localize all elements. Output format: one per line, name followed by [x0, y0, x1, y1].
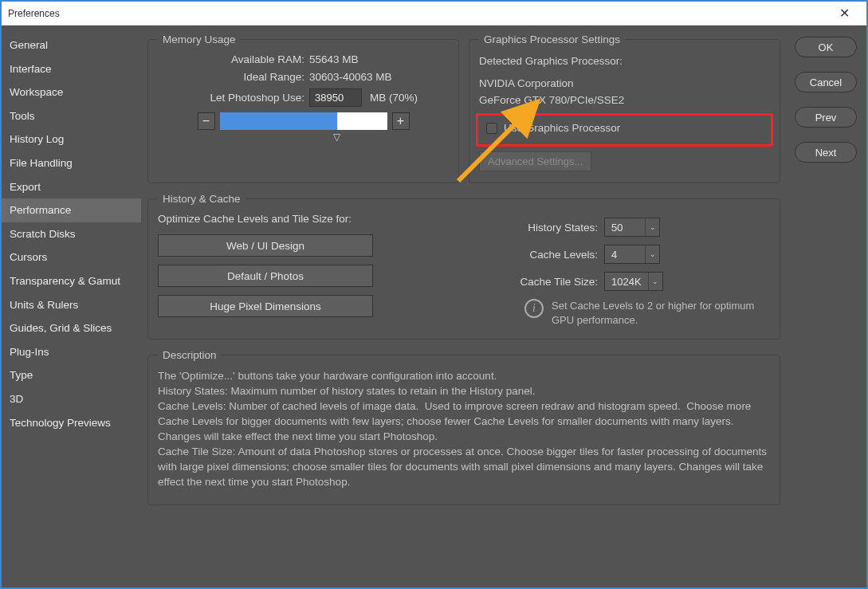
prev-button[interactable]: Prev [795, 107, 857, 128]
sidebar-item-scratch-disks[interactable]: Scratch Disks [2, 222, 141, 246]
sidebar-item-cursors[interactable]: Cursors [2, 245, 141, 269]
description-group: Description The 'Optimize...' buttons ta… [147, 349, 780, 505]
graphics-processor-group: Graphics Processor Settings Detected Gra… [469, 33, 780, 183]
advanced-settings-button[interactable]: Advanced Settings... [479, 151, 591, 171]
titlebar: Preferences ✕ [2, 2, 866, 26]
sidebar-item-plug-ins[interactable]: Plug-Ins [2, 340, 141, 364]
let-photoshop-use-input[interactable] [309, 88, 362, 107]
cancel-button[interactable]: Cancel [795, 72, 857, 92]
memory-plus-button[interactable]: + [392, 112, 410, 130]
memory-minus-button[interactable]: − [198, 112, 215, 130]
sidebar-item-history-log[interactable]: History Log [2, 128, 141, 151]
use-gpu-checkbox[interactable] [486, 123, 497, 134]
sidebar-item-type[interactable]: Type [2, 363, 141, 387]
history-states-label: History States: [397, 222, 604, 234]
gpu-device: GeForce GTX 780/PCIe/SSE2 [479, 92, 770, 108]
slider-handle-icon: ▽ [333, 132, 340, 143]
cache-info-text: Set Cache Levels to 2 or higher for opti… [552, 299, 770, 328]
highlight-box: Use Graphics Processor [476, 113, 773, 147]
window-title: Preferences [8, 8, 828, 19]
sidebar-item-general[interactable]: General [2, 33, 141, 57]
let-photoshop-use-label: Let Photoshop Use: [158, 92, 309, 104]
available-ram-label: Available RAM: [158, 53, 309, 65]
memory-usage-legend: Memory Usage [158, 33, 241, 45]
gpu-vendor: NVIDIA Corporation [479, 76, 770, 92]
sidebar-item-units-rulers[interactable]: Units & Rulers [2, 293, 141, 317]
next-button[interactable]: Next [795, 142, 857, 163]
optimize-cache-label: Optimize Cache Levels and Tile Size for: [158, 213, 397, 225]
info-icon: i [524, 299, 544, 318]
use-gpu-label: Use Graphics Processor [504, 120, 620, 136]
history-states-value: 50 [605, 222, 645, 234]
sidebar: General Interface Workspace Tools Histor… [2, 26, 141, 587]
detected-gpu-label: Detected Graphics Processor: [479, 53, 770, 69]
sidebar-item-file-handling[interactable]: File Handling [2, 151, 141, 175]
ideal-range-value: 30603-40063 MB [309, 71, 392, 83]
cache-tile-size-label: Cache Tile Size: [397, 276, 604, 288]
memory-slider-fill [220, 112, 337, 130]
history-cache-group: History & Cache Optimize Cache Levels an… [147, 193, 780, 340]
cache-tile-size-value: 1024K [605, 276, 648, 288]
sidebar-item-performance[interactable]: Performance [2, 198, 141, 222]
sidebar-item-export[interactable]: Export [2, 175, 141, 199]
sidebar-item-workspace[interactable]: Workspace [2, 80, 141, 104]
cache-tile-size-dropdown[interactable]: 1024K ⌄ [604, 272, 663, 291]
memory-unit-pct: MB (70%) [370, 92, 418, 104]
chevron-down-icon: ⌄ [645, 245, 659, 263]
cache-levels-dropdown[interactable]: 4 ⌄ [604, 245, 660, 264]
sidebar-item-technology-previews[interactable]: Technology Previews [2, 411, 141, 435]
close-icon[interactable]: ✕ [828, 2, 860, 25]
default-photos-button[interactable]: Default / Photos [158, 265, 373, 287]
history-cache-legend: History & Cache [158, 193, 245, 205]
ideal-range-label: Ideal Range: [158, 71, 309, 83]
huge-pixel-dimensions-button[interactable]: Huge Pixel Dimensions [158, 295, 373, 317]
chevron-down-icon: ⌄ [645, 218, 659, 236]
sidebar-item-tools[interactable]: Tools [2, 104, 141, 128]
history-states-dropdown[interactable]: 50 ⌄ [604, 218, 660, 237]
description-text: The 'Optimize...' buttons take your hard… [158, 369, 770, 489]
cache-levels-label: Cache Levels: [397, 249, 604, 261]
graphics-processor-legend: Graphics Processor Settings [479, 33, 625, 45]
sidebar-item-3d[interactable]: 3D [2, 387, 141, 411]
chevron-down-icon: ⌄ [648, 273, 662, 290]
cache-levels-value: 4 [605, 249, 645, 261]
web-ui-design-button[interactable]: Web / UI Design [158, 234, 373, 257]
sidebar-item-guides-grid-slices[interactable]: Guides, Grid & Slices [2, 316, 141, 340]
ok-button[interactable]: OK [795, 37, 857, 57]
memory-slider[interactable]: ▽ [220, 112, 387, 130]
sidebar-item-interface[interactable]: Interface [2, 57, 141, 81]
memory-usage-group: Memory Usage Available RAM: 55643 MB Ide… [147, 33, 459, 183]
sidebar-item-transparency-gamut[interactable]: Transparency & Gamut [2, 269, 141, 293]
description-legend: Description [158, 349, 222, 361]
available-ram-value: 55643 MB [309, 53, 359, 65]
